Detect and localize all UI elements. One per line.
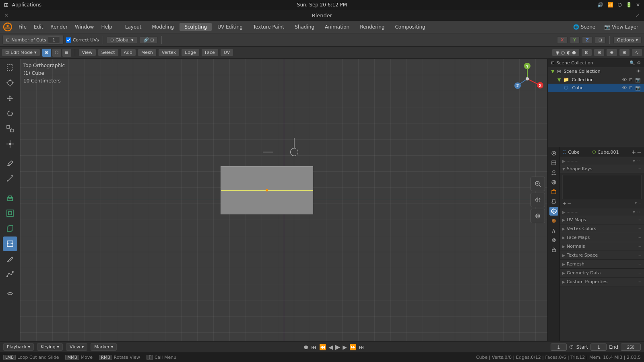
restrict-render-icon[interactable]: 📷	[635, 77, 641, 82]
jump-end-btn[interactable]: ⏭	[359, 344, 364, 350]
shape-key-chevron-down[interactable]: ▾	[635, 201, 637, 206]
tool-select-box[interactable]	[3, 60, 17, 75]
next-keyframe-btn[interactable]: ▶	[343, 344, 347, 350]
gizmo-btn[interactable]: ⊕	[606, 49, 617, 56]
y-axis-btn[interactable]: Y	[570, 36, 580, 44]
options-button[interactable]: Options ▾	[613, 36, 642, 44]
snapping-btn[interactable]: ⊞	[619, 49, 630, 56]
section-face-maps[interactable]: ▶ Face Maps ⋯	[560, 233, 644, 242]
section-texture-space[interactable]: ▶ Texture Space ⋯	[560, 251, 644, 260]
close-icon[interactable]: ✕	[636, 2, 640, 8]
viewport[interactable]: Top Orthographic (1) Cube 10 Centimeters…	[20, 59, 547, 341]
prev-keyframe-btn[interactable]: ◀	[328, 344, 333, 350]
falloff-btn[interactable]: ∿	[632, 49, 642, 56]
mesh-menu[interactable]: Mesh	[138, 49, 157, 56]
pan-icon[interactable]	[530, 193, 545, 207]
section-normals[interactable]: ▶ Normals ⋯	[560, 242, 644, 251]
tab-compositing[interactable]: Compositing	[390, 23, 430, 31]
overlay-btn[interactable]: ⊡	[581, 49, 592, 56]
z-axis-btn[interactable]: Z	[582, 36, 592, 44]
prop-constraints-icon[interactable]	[549, 245, 558, 254]
blender-logo[interactable]	[2, 22, 13, 32]
add-shape-key-btn[interactable]: +	[562, 201, 566, 206]
edge-menu[interactable]: Edge	[181, 49, 200, 56]
face-select-btn[interactable]: ◼	[62, 48, 72, 57]
props-chevron-down-2[interactable]: ▾	[633, 209, 635, 215]
playback-menu[interactable]: Playback ▾	[3, 343, 34, 351]
mode-dropdown[interactable]: ⊡ Number of Cuts	[2, 35, 64, 45]
scene-selector[interactable]: 🌐 Scene	[570, 23, 599, 31]
tab-sculpting[interactable]: Sculpting	[180, 23, 212, 31]
number-of-cuts-input[interactable]	[48, 36, 60, 43]
window-expand-button[interactable]: ⤢	[635, 12, 640, 19]
x-axis-btn[interactable]: X	[557, 36, 568, 44]
shape-key-dots[interactable]: ⋯	[638, 201, 642, 206]
tool-rotate[interactable]	[3, 106, 17, 121]
props-dots[interactable]: ⋯	[637, 158, 642, 164]
cube-viewport[interactable]: ⊞	[629, 85, 633, 90]
outliner-cube[interactable]: ⬡ Cube 👁 ⊞ 📷	[548, 84, 644, 92]
section-custom-properties[interactable]: ▶ Custom Properties ⋯	[560, 278, 644, 286]
tool-smooth[interactable]	[3, 286, 17, 301]
tool-cursor[interactable]	[3, 76, 17, 90]
prop-output-icon[interactable]	[549, 158, 558, 167]
axis-options-btn[interactable]: ⊡	[595, 36, 606, 44]
tab-animation[interactable]: Animation	[320, 23, 354, 31]
outliner-collection[interactable]: ▼ 📁 Collection 👁 ⊞ 📷	[548, 76, 644, 84]
prop-scene-icon[interactable]	[549, 168, 558, 177]
zoom-in-icon[interactable]	[530, 177, 545, 191]
prop-physics-icon[interactable]	[549, 236, 558, 245]
correct-uvs-checkbox[interactable]	[66, 37, 71, 43]
restrict-view-icon[interactable]: 👁	[622, 77, 627, 82]
xray-btn[interactable]: ⊟	[594, 49, 605, 56]
tool-polyline[interactable]	[3, 267, 17, 282]
expand-icon-2[interactable]: ▶ ⋯⋯⋯	[562, 210, 579, 214]
select-menu[interactable]: Select	[98, 49, 119, 56]
snap-btn[interactable]: 🔗 ⊡	[140, 36, 158, 44]
menu-file[interactable]: File	[15, 23, 30, 31]
section-geometry-data[interactable]: ▶ Geometry Data ⋯	[560, 269, 644, 278]
orbit-icon[interactable]	[530, 209, 545, 223]
system-menu-icon[interactable]: ⊞	[4, 2, 9, 8]
tool-transform[interactable]	[3, 137, 17, 151]
tool-measure[interactable]	[3, 171, 17, 186]
section-remesh[interactable]: ▶ Remesh ⋯	[560, 260, 644, 269]
visibility-icon[interactable]: 👁	[636, 69, 641, 74]
expand-all-icon[interactable]: ▶ ⋯⋯⋯	[562, 159, 579, 163]
section-uv-maps[interactable]: ▶ UV Maps ⋯	[560, 216, 644, 224]
tab-uv-editing[interactable]: UV Editing	[213, 23, 248, 31]
end-frame-input[interactable]	[621, 343, 641, 351]
props-chevron-down[interactable]: ▾	[633, 158, 635, 164]
tab-rendering[interactable]: Rendering	[355, 23, 389, 31]
tab-layout[interactable]: Layout	[120, 23, 147, 31]
jump-start-btn[interactable]: ⏮	[311, 344, 317, 350]
menu-render[interactable]: Render	[47, 23, 71, 31]
props-dots-2[interactable]: ⋯	[637, 209, 642, 215]
edge-select-btn[interactable]: ⬡	[52, 48, 62, 57]
tab-texture-paint[interactable]: Texture Paint	[248, 23, 289, 31]
add-menu[interactable]: Add	[120, 49, 136, 56]
applications-label[interactable]: Applications	[12, 2, 41, 8]
menu-edit[interactable]: Edit	[31, 23, 46, 31]
prop-particles-icon[interactable]	[549, 226, 558, 235]
prev-frame-btn[interactable]: ⏪	[319, 344, 326, 350]
viewport-shading-btn[interactable]: ◉ ○ ◐ ●	[552, 49, 579, 56]
prop-world-icon[interactable]	[549, 178, 558, 187]
menu-help[interactable]: Help	[98, 23, 115, 31]
viewport-gizmo[interactable]: Y X Z	[511, 63, 543, 95]
tab-shading[interactable]: Shading	[290, 23, 319, 31]
vertex-menu[interactable]: Vertex	[158, 49, 180, 56]
tool-scale[interactable]	[3, 121, 17, 136]
record-btn[interactable]: ⏺	[303, 344, 309, 350]
tool-knife[interactable]	[3, 252, 17, 266]
edit-mode-dropdown[interactable]: ⊡ Edit Mode ▾	[2, 49, 40, 56]
face-menu[interactable]: Face	[201, 49, 219, 56]
tab-modeling[interactable]: Modeling	[147, 23, 179, 31]
uv-menu[interactable]: UV	[220, 49, 234, 56]
tool-move[interactable]	[3, 91, 17, 105]
vertex-select-btn[interactable]: ⊡	[42, 48, 52, 57]
next-frame-btn[interactable]: ⏩	[349, 344, 356, 350]
cube-visibility[interactable]: 👁	[622, 85, 627, 90]
view-menu-bottom[interactable]: View ▾	[66, 343, 87, 351]
prop-mesh-data-icon[interactable]	[549, 207, 558, 216]
